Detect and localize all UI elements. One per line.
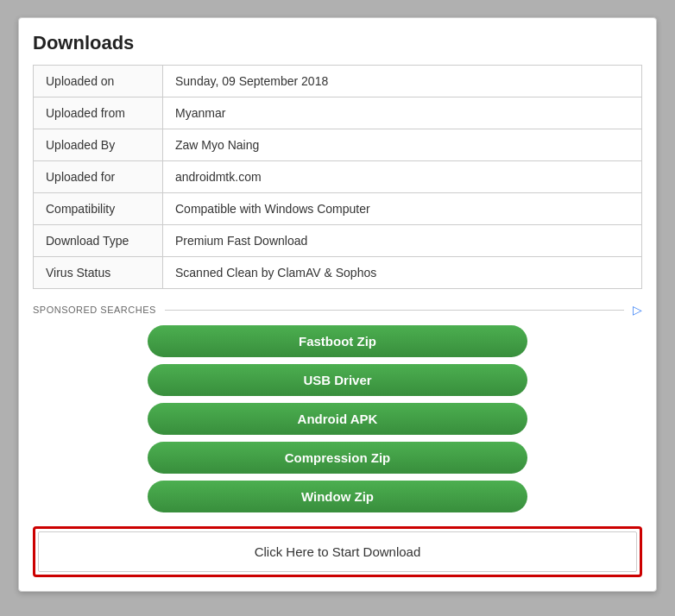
sponsored-button-4[interactable]: Window Zip: [148, 481, 527, 512]
downloads-card: Downloads Uploaded onSunday, 09 Septembe…: [18, 17, 657, 592]
sponsored-buttons: Fastboot ZipUSB DriverAndroid APKCompres…: [33, 325, 642, 512]
table-label: Uploaded from: [34, 97, 163, 129]
sponsored-button-1[interactable]: USB Driver: [148, 364, 527, 396]
table-row: Uploaded ByZaw Myo Naing: [34, 129, 642, 161]
sponsored-button-2[interactable]: Android APK: [148, 403, 527, 435]
table-row: Uploaded fromMyanmar: [34, 97, 642, 129]
table-value: Zaw Myo Naing: [163, 129, 642, 161]
table-value: androidmtk.com: [163, 161, 642, 193]
download-button-container: Click Here to Start Download: [33, 526, 642, 577]
sponsored-header: SPONSORED SEARCHES ▷: [33, 303, 642, 317]
sponsored-button-3[interactable]: Compression Zip: [148, 442, 527, 474]
table-row: CompatibilityCompatible with Windows Com…: [34, 193, 642, 225]
table-value: Scanned Clean by ClamAV & Sophos: [163, 257, 642, 289]
table-value: Myanmar: [163, 97, 642, 129]
table-label: Uploaded on: [34, 66, 163, 97]
table-value: Premium Fast Download: [163, 225, 642, 257]
table-label: Uploaded for: [34, 161, 163, 193]
table-label: Uploaded By: [34, 129, 163, 161]
sponsored-button-0[interactable]: Fastboot Zip: [148, 325, 527, 357]
page-title: Downloads: [33, 32, 642, 54]
table-row: Uploaded onSunday, 09 September 2018: [34, 66, 642, 97]
table-row: Uploaded forandroidmtk.com: [34, 161, 642, 193]
sponsored-section: SPONSORED SEARCHES ▷ Fastboot ZipUSB Dri…: [33, 303, 642, 512]
download-button[interactable]: Click Here to Start Download: [38, 531, 637, 572]
table-label: Virus Status: [34, 257, 163, 289]
table-value: Compatible with Windows Computer: [163, 193, 642, 225]
sponsored-line: [165, 310, 624, 311]
table-label: Compatibility: [34, 193, 163, 225]
table-label: Download Type: [34, 225, 163, 257]
table-value: Sunday, 09 September 2018: [163, 66, 642, 97]
table-row: Virus StatusScanned Clean by ClamAV & So…: [34, 257, 642, 289]
info-table: Uploaded onSunday, 09 September 2018Uplo…: [33, 65, 642, 289]
table-row: Download TypePremium Fast Download: [34, 225, 642, 257]
ad-icon: ▷: [633, 303, 642, 317]
sponsored-label: SPONSORED SEARCHES: [33, 305, 156, 315]
